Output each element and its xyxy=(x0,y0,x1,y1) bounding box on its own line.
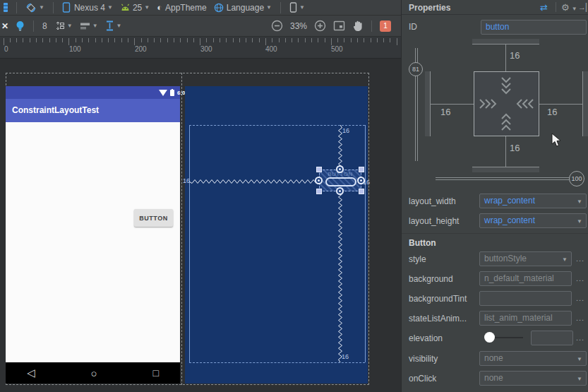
layout-height-label: layout_height xyxy=(409,216,459,226)
design-blueprint-divider xyxy=(181,73,182,385)
ruler-tick xyxy=(167,38,168,42)
anchor-top[interactable] xyxy=(336,165,344,173)
pack-button[interactable]: ▼ xyxy=(51,20,76,31)
locale-selector[interactable]: Language ▼ xyxy=(210,3,275,13)
vertical-bias-knob[interactable]: 81 xyxy=(409,62,423,76)
recents-icon[interactable]: □ xyxy=(153,367,159,379)
back-icon[interactable]: ◁ xyxy=(27,367,35,379)
chevron-down-icon: ▼ xyxy=(299,4,305,11)
mouse-cursor-icon xyxy=(551,133,562,148)
design-content: BUTTON xyxy=(6,122,180,362)
ruler-tick xyxy=(16,38,17,42)
clear-constraints-icon: ✕ xyxy=(1,21,8,31)
background-tint-input[interactable] xyxy=(479,291,572,306)
ruler-tick xyxy=(36,38,37,42)
style-more-button[interactable]: ... xyxy=(576,254,584,263)
status-bar: 6:00 xyxy=(6,86,180,99)
home-icon[interactable]: ○ xyxy=(91,367,97,379)
clear-constraints-button[interactable]: ✕ xyxy=(0,21,12,31)
design-surface-icon[interactable] xyxy=(0,3,11,12)
state-list-anim-more-button[interactable]: ... xyxy=(576,314,584,322)
api-level-selector[interactable]: 25 ▼ xyxy=(116,3,153,13)
horizontal-bias-knob[interactable]: 100 xyxy=(569,171,584,186)
ruler-tick xyxy=(23,38,23,42)
properties-title: Properties xyxy=(409,3,450,13)
zoom-level: 33% xyxy=(287,21,311,31)
ruler-tick xyxy=(148,38,148,42)
background-more-button[interactable]: ... xyxy=(576,274,584,283)
gear-icon[interactable]: ⚙▼ xyxy=(561,2,577,13)
resize-handle-nw[interactable] xyxy=(316,167,322,172)
ruler-tick xyxy=(259,38,260,42)
design-view[interactable]: 6:00 ConstraintLayoutTest BUTTON ◁ ○ □ xyxy=(6,86,180,384)
error-count-badge[interactable]: 1 xyxy=(376,20,401,32)
ruler-tick xyxy=(344,38,344,42)
pan-button[interactable] xyxy=(349,20,367,32)
resize-handle-se[interactable] xyxy=(359,189,364,194)
anchor-right[interactable] xyxy=(357,177,365,184)
default-margin-button[interactable]: 8 xyxy=(39,21,51,31)
ruler-tick xyxy=(206,38,207,42)
bottom-margin-line xyxy=(505,136,506,167)
device-icon xyxy=(62,2,71,13)
ruler-tick xyxy=(56,38,56,42)
infer-constraints-button[interactable] xyxy=(12,20,28,32)
ruler-tick xyxy=(200,38,200,45)
blueprint-margin-left: 16 xyxy=(183,177,190,184)
horizontal-bias-track[interactable] xyxy=(436,177,580,178)
battery-icon xyxy=(170,90,174,96)
distribute-icon xyxy=(105,20,114,31)
id-input[interactable]: button xyxy=(481,20,587,35)
background-tint-more-button[interactable]: ... xyxy=(576,294,584,302)
ruler-tick xyxy=(180,38,181,42)
anchor-left[interactable] xyxy=(315,177,323,184)
zoom-out-button[interactable] xyxy=(268,20,287,32)
parent-bottom-bar xyxy=(472,167,539,167)
state-list-anim-input[interactable]: list_anim_material xyxy=(479,311,572,326)
layout-height-combo[interactable]: wrap_content▼ xyxy=(479,213,587,228)
blueprint-margin-top: 16 xyxy=(342,127,349,134)
virtual-device-button[interactable]: ▼ xyxy=(286,2,308,13)
zoom-level-label: 33% xyxy=(290,21,307,31)
device-selector[interactable]: Nexus 4 ▼ xyxy=(59,2,116,13)
elevation-more-button[interactable]: ... xyxy=(576,333,584,342)
inspector-margin-left[interactable]: 16 xyxy=(440,107,450,117)
elevation-slider-knob[interactable] xyxy=(484,332,495,343)
theme-selector[interactable]: ◐ AppTheme xyxy=(153,3,210,13)
anchor-bottom[interactable] xyxy=(336,187,344,195)
ruler-tick xyxy=(114,38,115,42)
align-icon xyxy=(80,22,90,30)
zoom-in-icon xyxy=(314,20,326,32)
theme-name-label: AppTheme xyxy=(165,3,207,13)
resize-handle-ne[interactable] xyxy=(359,167,364,172)
resize-handle-sw[interactable] xyxy=(316,189,322,194)
swap-panel-icon[interactable]: ⇄ xyxy=(540,2,548,13)
baseline-handle[interactable] xyxy=(325,177,356,186)
guideline-button[interactable]: ▼ xyxy=(102,20,126,31)
design-button-label: BUTTON xyxy=(139,215,167,222)
align-button[interactable]: ▼ xyxy=(76,22,102,30)
background-input[interactable]: n_default_material xyxy=(479,271,572,286)
on-click-combo[interactable]: none▼ xyxy=(479,371,587,386)
inspector-widget-square[interactable] xyxy=(474,71,539,136)
ruler-tick xyxy=(390,38,390,42)
parent-right-bar xyxy=(582,71,583,136)
layout-editor-window: ▼ Nexus 4 ▼ 25 ▼ ◐ AppTheme xyxy=(0,0,588,392)
zoom-to-fit-button[interactable] xyxy=(330,20,349,31)
elevation-input[interactable] xyxy=(531,331,573,345)
inspector-margin-bottom[interactable]: 16 xyxy=(510,143,520,153)
chevron-down-icon: ▼ xyxy=(266,4,272,11)
style-combo[interactable]: buttonStyle▼ xyxy=(479,251,572,266)
visibility-combo[interactable]: none▼ xyxy=(479,351,587,366)
inspector-margin-top[interactable]: 16 xyxy=(510,50,520,61)
design-button[interactable]: BUTTON xyxy=(134,209,173,227)
inspector-margin-right[interactable]: 16 xyxy=(547,107,557,117)
orientation-button[interactable]: ▼ xyxy=(22,2,48,13)
zoom-in-button[interactable] xyxy=(311,20,330,32)
hide-panel-icon[interactable]: →▏ xyxy=(578,3,588,12)
device-name-label: Nexus 4 xyxy=(74,3,105,13)
layout-width-combo[interactable]: wrap_content▼ xyxy=(479,194,587,208)
ruler-tick xyxy=(88,38,89,42)
ruler-tick xyxy=(265,38,266,45)
ruler-tick xyxy=(10,38,11,42)
